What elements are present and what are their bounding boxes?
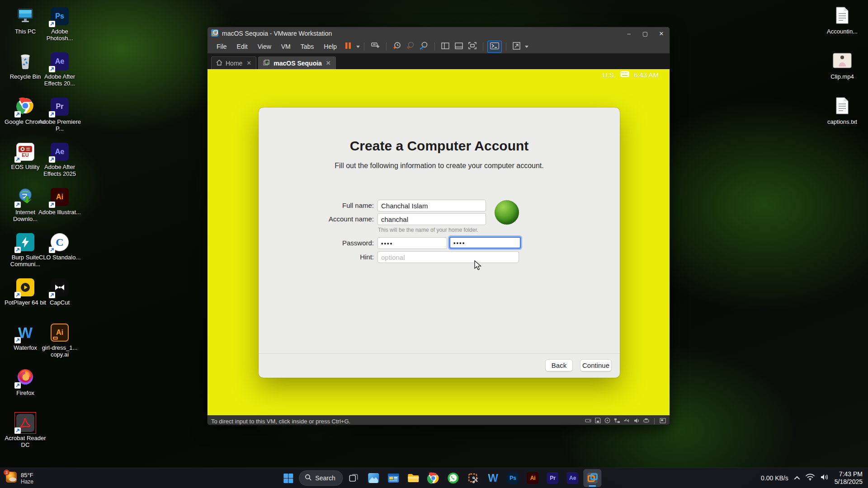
desktop-icon-adobe[interactable]: Pr Adobe Premiere P... (38, 96, 81, 141)
desktop-icon-captionstxt[interactable]: captions.txt (821, 96, 864, 141)
taskbar-icon-premiere[interactable]: Pr (544, 469, 562, 487)
menu-help[interactable]: Help (319, 41, 341, 52)
vmware-titlebar[interactable]: macOS Sequoia - VMware Workstation – ▢ ✕ (208, 27, 670, 40)
taskbar-icon-waterfox[interactable]: W (484, 469, 502, 487)
taskbar-icon-photos[interactable] (365, 469, 383, 487)
desktop-icon-acrobat[interactable]: Acrobat Reader DC (4, 412, 47, 457)
tray-chevron-icon[interactable] (794, 474, 800, 482)
desktop-icon-label: Recycle Bin (10, 73, 41, 80)
window-title: macOS Sequoia - VMware Workstation (222, 30, 332, 37)
waterfox-icon: W (488, 472, 498, 484)
hint-field[interactable] (377, 251, 519, 263)
panel-thumbnails-button[interactable] (453, 41, 465, 52)
taskbar-icon-photoshop[interactable]: Ps (504, 469, 522, 487)
desktop-icon-column-2: Ps Adobe Photosh... Ae Adobe After Effec… (38, 5, 81, 367)
shortcut-arrow-icon (14, 202, 21, 208)
volume-icon[interactable] (820, 474, 829, 483)
vm-icon (263, 60, 270, 67)
tab-home[interactable]: Home✕ (211, 56, 256, 69)
input-source-label[interactable]: U.S. (603, 71, 616, 79)
desktop-icon-adobe[interactable]: Ae Adobe After Effects 20... (38, 51, 81, 96)
taskbar-icon-illustrator[interactable]: Ai (524, 469, 542, 487)
pause-icon (344, 42, 352, 51)
desktop-icon-clipmp4[interactable]: Clip.mp4 (821, 51, 864, 96)
desktop-icon-capcut[interactable]: CapCut (38, 277, 81, 322)
caret-down-icon[interactable] (525, 46, 528, 48)
printer-icon[interactable] (643, 418, 649, 425)
desktop-icon-clo[interactable]: C CLO Standalo... (38, 231, 81, 277)
weather-widget[interactable]: 3 85°F Haze (5, 468, 33, 488)
taskbar-icon-whatsapp[interactable] (444, 469, 462, 487)
menu-vm[interactable]: VM (277, 41, 295, 52)
ctrl-alt-del-button[interactable] (368, 41, 382, 52)
stretch-guest-button[interactable] (510, 41, 523, 53)
menubar-clock[interactable]: 6:43 AM (634, 71, 659, 79)
pause-button[interactable] (342, 41, 354, 52)
snapshot-manager-button[interactable] (418, 40, 430, 53)
desktop-icon-adobe[interactable]: Ae Adobe After Effects 2025 (38, 141, 81, 186)
network-icon[interactable] (614, 418, 620, 425)
password-label: Password: (277, 237, 374, 249)
search-box[interactable]: Search (299, 470, 343, 486)
taskbar-icon-file-explorer[interactable] (405, 469, 423, 487)
toolbar-separator (364, 42, 364, 51)
snapshot-take-button[interactable] (391, 40, 403, 53)
minimize-button[interactable]: – (621, 27, 637, 40)
close-button[interactable]: ✕ (653, 27, 670, 40)
cd-icon[interactable] (604, 418, 610, 425)
password-field[interactable] (377, 237, 447, 249)
dialog-footer: Back Continue (259, 353, 620, 378)
caret-down-icon[interactable] (356, 46, 360, 48)
verify-password-field[interactable] (449, 237, 521, 249)
wifi-icon[interactable] (806, 474, 815, 483)
desktop-icon-girldress1[interactable]: AiAI girl-dress_1... copy.ai (38, 322, 81, 367)
taskbar-icon-media-app[interactable] (385, 469, 403, 487)
taskbar-icon-snipping-tool[interactable] (464, 469, 482, 487)
desktop-icon-firefox[interactable]: Firefox (4, 367, 47, 412)
usb-icon[interactable] (624, 418, 630, 425)
taskbar-icon-task-view[interactable] (345, 469, 363, 487)
taskbar-clock[interactable]: 7:43 PM 5/18/2025 (835, 470, 863, 486)
menu-edit[interactable]: Edit (232, 41, 252, 52)
menu-tabs[interactable]: Tabs (296, 41, 319, 52)
taskbar-icon-vmware[interactable] (584, 469, 602, 487)
account-name-help: This will be the name of your home folde… (378, 227, 478, 233)
desktop-icon-adobe[interactable]: Ps Adobe Photosh... (38, 5, 81, 51)
vm-screen[interactable]: U.S. 6:43 AM Create a Computer Account F… (208, 69, 670, 415)
menu-file[interactable]: File (212, 41, 231, 52)
floppy-icon[interactable] (595, 418, 601, 425)
taskbar-icon-chrome[interactable] (425, 469, 443, 487)
console-button[interactable] (487, 41, 502, 53)
taskbar-icon-start[interactable] (279, 469, 297, 487)
dialog-subtitle: Fill out the following information to cr… (259, 162, 620, 170)
toolbar-separator (386, 42, 387, 51)
status-separator (654, 418, 655, 424)
desktop-icon-label: Adobe Illustrat... (38, 209, 81, 216)
maximize-button[interactable]: ▢ (637, 27, 653, 40)
tab-close-icon[interactable]: ✕ (326, 60, 331, 66)
keyboard-icon[interactable] (620, 71, 629, 79)
account-name-field[interactable] (377, 213, 486, 225)
snapshot-revert-button[interactable] (404, 40, 417, 53)
continue-button[interactable]: Continue (580, 359, 612, 371)
network-speed[interactable]: 0.00 KB/s (761, 474, 788, 482)
tab-close-icon[interactable]: ✕ (246, 60, 251, 66)
back-button[interactable]: Back (545, 359, 573, 371)
full-name-field[interactable] (377, 200, 486, 211)
vmware-logo-icon (211, 29, 218, 38)
panel-thumbnails-icon (455, 42, 463, 51)
tab-macos-sequoia[interactable]: macOS Sequoia✕ (258, 56, 336, 69)
hint-label: Hint: (277, 251, 374, 263)
fullscreen-mini-icon[interactable] (660, 418, 666, 425)
taskbar-icon-after-effects[interactable]: Ae (564, 469, 582, 487)
media-app-icon (388, 472, 400, 484)
menu-view[interactable]: View (253, 41, 276, 52)
hdd-icon[interactable] (585, 418, 591, 425)
desktop-icon-adobe[interactable]: Ai Adobe Illustrat... (38, 186, 81, 231)
sound-icon[interactable] (634, 418, 640, 425)
panel-library-button[interactable] (439, 41, 452, 52)
account-avatar[interactable] (495, 200, 519, 225)
aifile-icon: AiAI (51, 324, 69, 342)
fullscreen-button[interactable] (466, 41, 479, 52)
desktop-icon-accountin[interactable]: Accountin... (821, 5, 864, 51)
